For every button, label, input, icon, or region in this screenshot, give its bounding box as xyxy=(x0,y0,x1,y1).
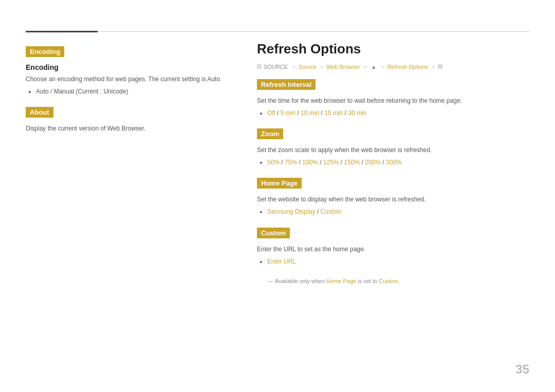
refresh-interval-section: Refresh Interval Set the time for the we… xyxy=(257,79,529,118)
sep1: / xyxy=(275,109,281,117)
encoding-section: Encoding Encoding Choose an encoding met… xyxy=(26,46,242,97)
source-icon: ⊡ xyxy=(257,63,262,70)
breadcrumb-triangle: ▲ xyxy=(371,64,377,70)
5min-option: 5 min xyxy=(281,109,295,117)
zoom-bullet-item: 50% / 75% / 100% / 125% / 150% / 200% / … xyxy=(267,158,529,167)
home-page-bullet-list: Samsung Display / Custom xyxy=(267,207,529,217)
refresh-interval-badge: Refresh Interval xyxy=(257,79,316,90)
about-desc: Display the current version of Web Brows… xyxy=(26,124,242,133)
off-option: Off xyxy=(267,109,275,117)
zoom-100: 100% xyxy=(302,159,318,166)
breadcrumb-arrow-4: → xyxy=(430,64,436,70)
samsung-display-option: Samsung Display xyxy=(267,208,315,215)
breadcrumb-sep-0: SOURCE xyxy=(264,64,288,70)
note-suffix: . xyxy=(398,278,400,284)
divider-right xyxy=(98,31,529,32)
note-home-page-link: Home Page xyxy=(326,278,356,284)
breadcrumb-refresh-options: Refresh Options xyxy=(387,64,428,70)
refresh-interval-bullet-item: Off / 5 min / 10 min / 15 min / 30 min xyxy=(267,108,529,118)
15min-option: 15 min xyxy=(324,109,343,117)
breadcrumb-web-browser: Web Browser xyxy=(326,64,360,70)
zoom-badge: Zoom xyxy=(257,128,283,139)
top-dividers xyxy=(26,31,529,32)
custom-section: Custom Enter the URL to set as the home … xyxy=(257,228,529,286)
home-page-desc: Set the website to display when the web … xyxy=(257,195,529,204)
about-section: About Display the current version of Web… xyxy=(26,107,242,133)
breadcrumb-arrow-0: → xyxy=(291,64,297,70)
note-dash: — xyxy=(267,277,273,284)
note-text: Available only when Home Page is set to … xyxy=(275,277,400,286)
page-number: 35 xyxy=(515,362,529,377)
refresh-interval-desc: Set the time for the web browser to wait… xyxy=(257,96,529,105)
zoom-125: 125% xyxy=(323,159,339,166)
home-page-badge: Home Page xyxy=(257,178,302,189)
about-badge: About xyxy=(26,107,53,118)
zoom-200: 200% xyxy=(365,159,381,166)
zoom-75: 75% xyxy=(285,159,297,166)
note-middle: is set to xyxy=(356,278,379,284)
encoding-title: Encoding xyxy=(26,63,242,71)
zoom-section: Zoom Set the zoom scale to apply when th… xyxy=(257,128,529,167)
custom-desc: Enter the URL to set as the home page. xyxy=(257,245,529,254)
encoding-bullet-list: Auto / Manual (Current : Unicode) xyxy=(36,87,242,97)
divider-left xyxy=(26,31,98,32)
custom-bullet-item: Enter URL xyxy=(267,257,529,267)
available-note: — Available only when Home Page is set t… xyxy=(267,277,529,286)
note-prefix: Available only when xyxy=(275,278,326,284)
custom-badge: Custom xyxy=(257,228,290,238)
left-column: Encoding Encoding Choose an encoding met… xyxy=(26,31,242,371)
encoding-bullet-item: Auto / Manual (Current : Unicode) xyxy=(36,87,242,97)
home-page-section: Home Page Set the website to display whe… xyxy=(257,178,529,217)
right-column: Refresh Options ⊡ SOURCE → Source → Web … xyxy=(242,31,529,371)
breadcrumb-arrow-3: → xyxy=(380,64,385,70)
custom-bullet-list: Enter URL xyxy=(267,257,529,267)
breadcrumb-end-icon: ⊟ xyxy=(438,63,442,70)
30min-option: 30 min xyxy=(348,109,366,117)
refresh-interval-bullet-list: Off / 5 min / 10 min / 15 min / 30 min xyxy=(267,108,529,118)
main-title: Refresh Options xyxy=(257,41,529,57)
breadcrumb-source: Source xyxy=(299,64,317,70)
zoom-desc: Set the zoom scale to apply when the web… xyxy=(257,145,529,155)
custom-option: Custom xyxy=(320,208,341,215)
encoding-badge: Encoding xyxy=(26,46,64,57)
breadcrumb-arrow-2: → xyxy=(362,64,368,70)
zoom-150: 150% xyxy=(344,159,360,166)
note-custom-link: Custom xyxy=(379,278,398,284)
enter-url-option: Enter URL xyxy=(267,258,296,265)
zoom-300: 300% xyxy=(386,159,402,166)
encoding-desc: Choose an encoding method for web pages.… xyxy=(26,74,242,84)
breadcrumb: ⊡ SOURCE → Source → Web Browser → ▲ → Re… xyxy=(257,63,529,70)
zoom-bullet-list: 50% / 75% / 100% / 125% / 150% / 200% / … xyxy=(267,158,529,167)
breadcrumb-arrow-1: → xyxy=(319,64,324,70)
zoom-50: 50% xyxy=(267,159,280,166)
home-page-bullet-item: Samsung Display / Custom xyxy=(267,207,529,217)
10min-option: 10 min xyxy=(301,109,319,117)
